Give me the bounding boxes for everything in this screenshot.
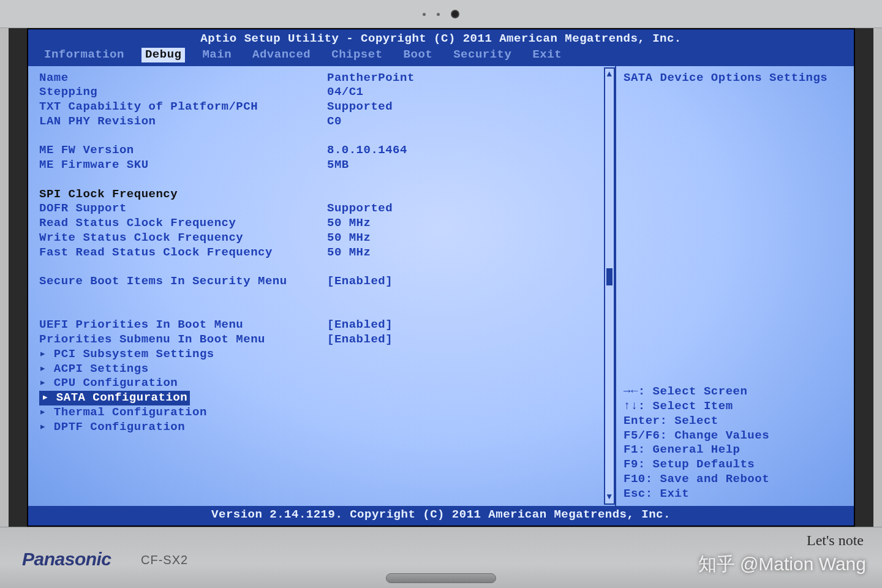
submenu-label: DPTF Configuration xyxy=(47,420,185,434)
bios-menu-bar[interactable]: InformationDebugMainAdvancedChipsetBootS… xyxy=(28,48,854,65)
tab-chipset[interactable]: Chipset xyxy=(328,48,386,62)
setting-row[interactable]: UEFI Priorities In Boot Menu[Enabled] xyxy=(39,318,609,333)
setting-row: Read Status Clock Frequency50 MHz xyxy=(39,216,609,231)
setting-value: Supported xyxy=(327,100,393,115)
submenu-label: PCI Subsystem Settings xyxy=(47,347,214,361)
webcam-cluster xyxy=(404,9,478,20)
setting-value: 04/C1 xyxy=(327,85,364,100)
tab-main[interactable]: Main xyxy=(198,48,235,62)
webcam-lens-icon xyxy=(451,10,459,18)
tab-information[interactable]: Information xyxy=(40,48,128,62)
setting-value: 50 MHz xyxy=(327,231,371,246)
setting-value: 5MB xyxy=(327,158,349,173)
setting-label: Fast Read Status Clock Frequency xyxy=(39,246,327,260)
setting-label: Priorities Submenu In Boot Menu xyxy=(39,333,327,347)
spi-heading: SPI Clock Frequency xyxy=(39,187,327,202)
key-hint: Esc: Exit xyxy=(624,487,846,502)
setting-row: NamePantherPoint xyxy=(39,71,609,86)
submenu-arrow-icon: ▸ xyxy=(42,391,49,404)
setting-value: 50 MHz xyxy=(327,246,371,260)
setting-label: DOFR Support xyxy=(39,202,327,216)
scroll-up-icon[interactable]: ▲ xyxy=(607,69,612,80)
submenu-arrow-icon: ▸ xyxy=(39,405,47,419)
scroll-down-icon[interactable]: ▼ xyxy=(607,491,612,502)
help-pane: SATA Device Options Settings →←: Select … xyxy=(615,66,854,507)
key-hint: F9: Setup Defaults xyxy=(624,458,846,472)
key-hint: F1: General Help xyxy=(624,443,846,458)
submenu-acpi-settings[interactable]: ▸ ACPI Settings xyxy=(39,362,609,377)
submenu-arrow-icon: ▸ xyxy=(39,362,47,375)
bios-setup-utility[interactable]: Aptio Setup Utility - Copyright (C) 2011… xyxy=(28,29,854,526)
setting-label: TXT Capability of Platform/PCH xyxy=(39,100,327,115)
scrollbar[interactable]: ▲ ▼ xyxy=(604,67,615,505)
tab-advanced[interactable]: Advanced xyxy=(249,48,314,62)
tab-debug[interactable]: Debug xyxy=(141,48,186,62)
setting-label: Write Status Clock Frequency xyxy=(39,231,327,246)
setting-row: ME FW Version8.0.10.1464 xyxy=(39,143,609,158)
sensor-dot xyxy=(437,13,440,16)
sensor-dot xyxy=(423,13,426,16)
bios-content: NamePantherPointStepping04/C1TXT Capabil… xyxy=(28,65,854,507)
brand-model: CF-SX2 xyxy=(141,553,188,567)
setting-value: 50 MHz xyxy=(327,216,371,231)
submenu-label: Thermal Configuration xyxy=(47,405,207,419)
watermark: 知乎 @Mation Wang xyxy=(698,552,866,577)
bios-title: Aptio Setup Utility - Copyright (C) 2011… xyxy=(28,29,854,48)
setting-label: LAN PHY Revision xyxy=(39,115,327,129)
right-bezel xyxy=(855,28,882,527)
submenu-pci-subsystem-settings[interactable]: ▸ PCI Subsystem Settings xyxy=(39,347,609,362)
top-bezel xyxy=(0,0,882,28)
brand-maker: Panasonic xyxy=(22,549,111,570)
brand-series: Let's note xyxy=(807,532,864,549)
setting-label: Name xyxy=(39,71,327,86)
submenu-arrow-icon: ▸ xyxy=(39,347,47,361)
key-hints: →←: Select Screen↑↓: Select ItemEnter: S… xyxy=(624,385,846,501)
submenu-arrow-icon: ▸ xyxy=(39,376,47,390)
setting-row: Fast Read Status Clock Frequency50 MHz xyxy=(39,246,609,260)
key-hint: →←: Select Screen xyxy=(624,385,846,399)
setting-value: [Enabled] xyxy=(327,318,393,333)
setting-value: Supported xyxy=(327,202,393,216)
setting-label: Stepping xyxy=(39,85,327,100)
key-hint: Enter: Select xyxy=(624,414,846,429)
left-bezel xyxy=(0,28,27,527)
submenu-arrow-icon: ▸ xyxy=(39,420,47,434)
settings-pane[interactable]: NamePantherPointStepping04/C1TXT Capabil… xyxy=(28,66,615,507)
scroll-thumb[interactable] xyxy=(606,268,612,285)
tab-security[interactable]: Security xyxy=(450,48,515,62)
key-hint: F10: Save and Reboot xyxy=(624,472,846,487)
setting-label: ME FW Version xyxy=(39,143,327,158)
setting-value: [Enabled] xyxy=(327,333,393,347)
submenu-sata-configuration[interactable]: ▸ SATA Configuration xyxy=(39,391,609,405)
submenu-label: SATA Configuration xyxy=(49,391,187,404)
submenu-dptf-configuration[interactable]: ▸ DPTF Configuration xyxy=(39,420,609,435)
bios-footer: Version 2.14.1219. Copyright (C) 2011 Am… xyxy=(28,506,854,526)
submenu-label: CPU Configuration xyxy=(47,376,178,390)
setting-row: Stepping04/C1 xyxy=(39,85,609,100)
key-hint: F5/F6: Change Values xyxy=(624,429,846,443)
setting-label: ME Firmware SKU xyxy=(39,158,327,173)
setting-value: PantherPoint xyxy=(327,71,415,86)
key-hint: ↑↓: Select Item xyxy=(624,399,846,414)
help-text: SATA Device Options Settings xyxy=(624,71,846,86)
tab-exit[interactable]: Exit xyxy=(529,48,565,62)
laptop-frame: Aptio Setup Utility - Copyright (C) 2011… xyxy=(0,0,882,588)
setting-row: TXT Capability of Platform/PCHSupported xyxy=(39,100,609,115)
setting-value: C0 xyxy=(327,115,342,129)
setting-row: ME Firmware SKU5MB xyxy=(39,158,609,173)
setting-label: Read Status Clock Frequency xyxy=(39,216,327,231)
setting-row[interactable]: Priorities Submenu In Boot Menu[Enabled] xyxy=(39,333,609,347)
submenu-thermal-configuration[interactable]: ▸ Thermal Configuration xyxy=(39,405,609,420)
screen: Aptio Setup Utility - Copyright (C) 2011… xyxy=(27,28,855,527)
hinge xyxy=(386,573,496,583)
secure-boot-option[interactable]: Secure Boot Items In Security Menu [Enab… xyxy=(39,274,609,289)
tab-boot[interactable]: Boot xyxy=(400,48,437,62)
submenu-cpu-configuration[interactable]: ▸ CPU Configuration xyxy=(39,376,609,391)
setting-row: Write Status Clock Frequency50 MHz xyxy=(39,231,609,246)
submenu-label: ACPI Settings xyxy=(47,362,149,375)
setting-label: UEFI Priorities In Boot Menu xyxy=(39,318,327,333)
setting-value: 8.0.10.1464 xyxy=(327,143,407,158)
setting-row: DOFR SupportSupported xyxy=(39,202,609,216)
setting-row: LAN PHY RevisionC0 xyxy=(39,115,609,129)
